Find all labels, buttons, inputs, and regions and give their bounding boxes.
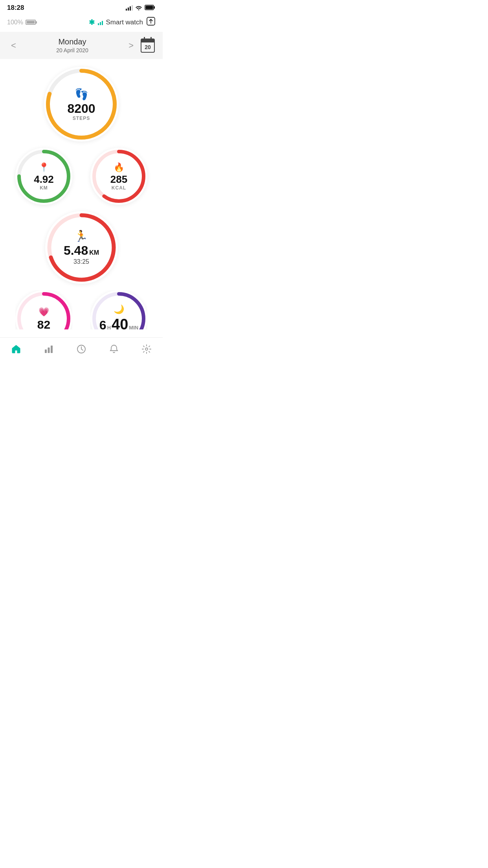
battery-status-icon — [145, 5, 156, 11]
sleep-icon: 🌙 — [114, 304, 124, 314]
svg-rect-18 — [51, 346, 53, 353]
kcal-content: 🔥 285 KCAL — [110, 162, 127, 191]
heart-icon: 💗 — [39, 307, 49, 317]
run-value: 5.48 — [64, 244, 88, 257]
kcal-unit: KCAL — [112, 185, 126, 191]
run-circle[interactable]: 🏃 5.48 KM 33:25 — [45, 211, 118, 284]
date-nav: < Monday 20 April 2020 > 20 — [0, 32, 163, 59]
km-circle[interactable]: 📍 4.92 KM — [15, 148, 72, 205]
steps-unit: STEPS — [73, 116, 90, 121]
bt-right: ✱ Smart watch — [89, 17, 156, 28]
full-date: 20 April 2020 — [56, 47, 88, 53]
status-icons — [126, 5, 156, 11]
kcal-circle[interactable]: 🔥 285 KCAL — [90, 148, 147, 205]
km-content: 📍 4.92 KM — [34, 162, 54, 191]
sleep-half-wrap[interactable]: 🌙 6 H 40 MIN — [90, 290, 147, 329]
nav-stats[interactable] — [39, 342, 59, 356]
sleep-min-label: MIN — [129, 325, 138, 329]
heart-half-wrap[interactable]: 💗 82 — [15, 290, 72, 329]
calendar-icon[interactable]: 20 — [141, 39, 155, 53]
bt-label: Smart watch — [106, 18, 143, 26]
nav-notifications[interactable] — [104, 342, 124, 356]
bottom-row: 💗 82 🌙 6 H 40 MIN — [6, 290, 156, 329]
status-bar: 18:28 — [0, 0, 163, 14]
sleep-content: 🌙 6 H 40 MIN — [99, 304, 138, 329]
bluetooth-bar: 100% ✱ Smart watch — [0, 14, 163, 32]
heart-circle: 💗 82 — [15, 290, 72, 329]
signal-icon — [126, 5, 133, 11]
main-content: 👣 8200 STEPS 📍 4.92 KM 🔥 — [0, 59, 163, 337]
battery-percent: 100% — [7, 19, 36, 26]
bell-icon — [109, 344, 119, 354]
stats-icon — [44, 344, 54, 354]
share-icon[interactable] — [146, 17, 156, 28]
run-icon: 🏃 — [74, 230, 88, 243]
steps-value: 8200 — [67, 102, 95, 115]
svg-rect-1 — [154, 6, 155, 9]
sleep-circle: 🌙 6 H 40 MIN — [90, 290, 147, 329]
sleep-value-row: 6 H 40 MIN — [99, 316, 138, 329]
steps-circle[interactable]: 👣 8200 STEPS — [44, 67, 119, 142]
bottom-nav — [0, 337, 163, 360]
km-unit: KM — [40, 185, 48, 191]
date-center: Monday 20 April 2020 — [56, 37, 88, 53]
day-name: Monday — [56, 37, 88, 46]
run-unit: KM — [89, 249, 99, 256]
status-time: 18:28 — [7, 4, 24, 12]
bt-signal-icon — [98, 20, 103, 25]
kcal-value: 285 — [110, 174, 127, 184]
svg-rect-16 — [45, 349, 47, 353]
run-content: 🏃 5.48 KM 33:25 — [64, 230, 99, 265]
next-day-button[interactable]: > — [125, 39, 137, 52]
clock-icon — [76, 344, 86, 354]
km-icon: 📍 — [39, 162, 49, 173]
nav-home[interactable] — [6, 342, 26, 356]
svg-rect-2 — [146, 6, 153, 9]
sleep-hours: 6 — [99, 318, 106, 329]
settings-icon — [141, 344, 152, 354]
run-time: 33:25 — [73, 258, 89, 265]
sleep-minutes: 40 — [112, 316, 128, 329]
bluetooth-icon: ✱ — [89, 18, 95, 27]
km-kcal-row: 📍 4.92 KM 🔥 285 KCAL — [6, 148, 156, 205]
prev-day-button[interactable]: < — [8, 39, 19, 52]
nav-settings[interactable] — [137, 342, 156, 356]
svg-rect-17 — [48, 348, 50, 353]
nav-clock[interactable] — [72, 342, 91, 356]
km-value: 4.92 — [34, 174, 54, 184]
steps-content: 👣 8200 STEPS — [67, 88, 95, 121]
heart-content: 💗 82 — [37, 307, 50, 330]
wifi-icon — [135, 5, 142, 11]
steps-icon: 👣 — [75, 88, 88, 101]
sleep-h-label: H — [107, 325, 111, 329]
home-icon — [11, 344, 21, 354]
run-value-row: 5.48 KM — [64, 244, 99, 257]
svg-point-20 — [145, 348, 148, 350]
kcal-icon: 🔥 — [114, 162, 124, 173]
battery-full-icon — [26, 20, 36, 25]
heart-value: 82 — [37, 319, 50, 330]
